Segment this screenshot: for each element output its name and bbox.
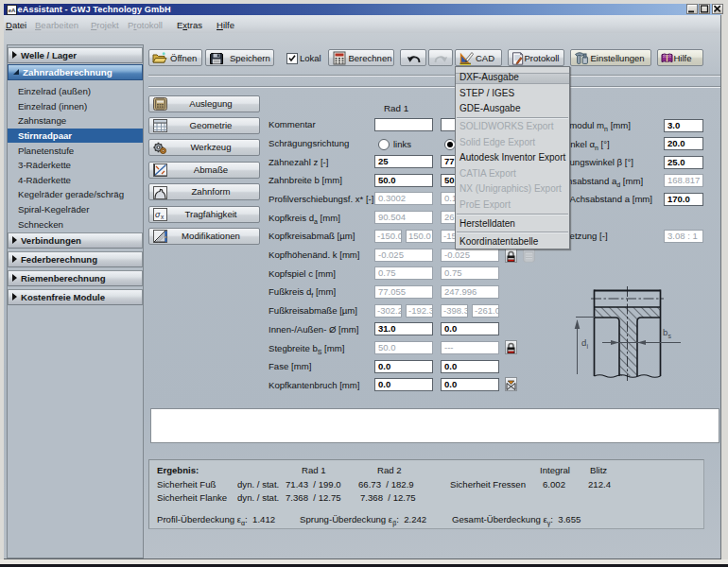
svg-text:b: b	[663, 327, 667, 337]
svg-text:i: i	[587, 343, 589, 350]
svg-text:d: d	[581, 337, 586, 348]
svg-text:s: s	[668, 333, 672, 339]
